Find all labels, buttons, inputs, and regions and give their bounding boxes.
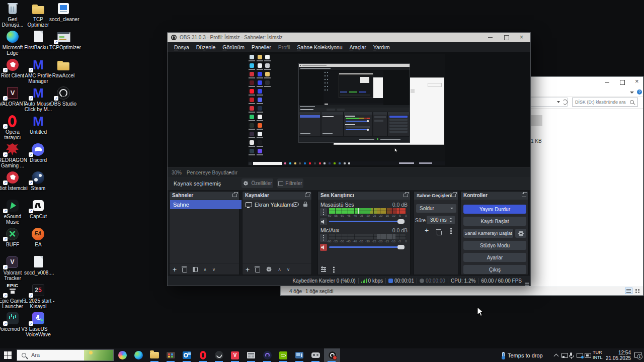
desktop-icon-socd-cleaner[interactable]: socd_cleaner: [49, 2, 77, 22]
microphone-icon[interactable]: [570, 352, 572, 356]
taskbar-folder-button[interactable]: [147, 348, 162, 362]
scene-item-selected[interactable]: Sahne: [170, 200, 242, 209]
add-transition-button[interactable]: +: [425, 227, 429, 234]
volume-slider-handle[interactable]: [397, 245, 405, 249]
desktop-icon-buff[interactable]: ↗BUFF: [0, 227, 27, 247]
spin-down-icon[interactable]: [449, 221, 452, 222]
transition-menu-button[interactable]: [449, 228, 453, 235]
source-lock-icon[interactable]: [303, 204, 307, 207]
details-view-button[interactable]: [625, 288, 632, 294]
volume-slider[interactable]: [329, 221, 399, 222]
mixer-menu-button[interactable]: [332, 266, 336, 274]
popout-icon[interactable]: [232, 194, 237, 197]
remove-transition-button[interactable]: [437, 231, 442, 235]
source-up-button[interactable]: ∧: [278, 267, 281, 272]
icons-view-button[interactable]: [634, 288, 641, 294]
control-button-3[interactable]: Sanal Kamerayı Başlat: [463, 229, 513, 238]
source-item[interactable]: Ekran Yakalama: [243, 200, 313, 209]
mixer-options-button[interactable]: [320, 266, 328, 273]
desktop-icon-esound-music[interactable]: ↗eSound Music: [0, 199, 27, 225]
desktop-icon-auto-mouse-click[interactable]: M↗Auto Mouse Click by M...: [23, 86, 53, 112]
start-button[interactable]: [4, 351, 12, 359]
desktop-icon-fl-2025[interactable]: 25↗FL 2025 start - Kısayol: [22, 283, 55, 309]
taskbar-nvidia-button[interactable]: [276, 348, 291, 362]
notification-icon[interactable]: 1: [634, 352, 641, 358]
remove-scene-button[interactable]: [182, 268, 187, 273]
taskbar-opera-button[interactable]: [195, 348, 210, 362]
desktop-icon-tcp-optimizer-folder[interactable]: TCP Optimizer: [24, 2, 52, 28]
explorer-close-button[interactable]: ×: [635, 78, 639, 84]
ribbon-collapse-icon[interactable]: [630, 92, 634, 94]
desktop-icon-discord[interactable]: ↗Discord: [24, 142, 52, 163]
popout-icon[interactable]: [522, 194, 526, 197]
desktop-icon-easeus-voicewave[interactable]: ↗EaseUS VoiceWave: [24, 311, 52, 337]
desktop-icon-valorant-tracker[interactable]: V↗Valorant Tracker: [0, 255, 27, 281]
tray-expand-icon[interactable]: [554, 354, 559, 359]
mixer-channel-menu[interactable]: [320, 234, 327, 242]
taskbar-obs-button[interactable]: [324, 348, 340, 362]
taskbar-toolbox-button[interactable]: [163, 348, 178, 362]
properties-button[interactable]: Özellikler: [242, 178, 273, 188]
taskbar-voicemod-button[interactable]: [260, 348, 275, 362]
remove-source-button[interactable]: [255, 268, 260, 273]
control-button-6[interactable]: Çıkış: [463, 265, 526, 274]
obs-close-button[interactable]: ×: [520, 34, 523, 41]
desktop-icon-ea[interactable]: EAEA: [24, 227, 52, 247]
mixer-channel-menu[interactable]: [320, 208, 327, 216]
menu-g-r-n-m[interactable]: Görünüm: [219, 44, 248, 50]
duration-spinbox[interactable]: 300 ms: [427, 216, 455, 224]
obs-minimize-button[interactable]: [488, 37, 493, 38]
network-icon[interactable]: [585, 353, 591, 358]
resize-grip[interactable]: [527, 283, 529, 284]
language-indicator[interactable]: TURINTL: [593, 350, 606, 360]
source-properties-button[interactable]: [268, 267, 271, 270]
screen-share-icon[interactable]: [577, 353, 583, 358]
menu-d-zenle[interactable]: Düzenle: [193, 44, 219, 50]
selected-file-row[interactable]: [530, 115, 542, 126]
spin-up-icon[interactable]: [449, 218, 452, 219]
desktop-icon-steam[interactable]: ↗Steam: [24, 170, 52, 191]
menu-sahne-koleksiyonu[interactable]: Sahne Koleksiyonu: [294, 44, 346, 50]
desktop-icon-opera[interactable]: ↗Opera tarayıcı: [0, 114, 27, 140]
desktop-icon-capcut[interactable]: ↗CapCut: [24, 199, 52, 219]
taskbar-window-app-button[interactable]: [244, 348, 259, 362]
address-dropdown-icon[interactable]: [557, 101, 560, 103]
volume-slider-handle[interactable]: [397, 219, 405, 224]
control-button-4[interactable]: Stüdyo Modu: [463, 241, 526, 250]
menu-paneller[interactable]: Paneller: [248, 44, 275, 50]
weather-widget[interactable]: Temps to drop: [502, 348, 554, 362]
popout-icon[interactable]: [451, 194, 456, 197]
explorer-search-box[interactable]: DİSK (D:) klasöründe ara: [572, 98, 638, 107]
add-scene-button[interactable]: +: [173, 266, 177, 273]
desktop-icon-first-backup[interactable]: FirstBacku...: [24, 30, 52, 50]
add-source-button[interactable]: +: [246, 266, 250, 273]
popout-icon[interactable]: [404, 194, 408, 197]
taskbar-copilot-button[interactable]: [115, 348, 130, 362]
taskbar-gamepad-button[interactable]: [308, 348, 323, 362]
mute-button[interactable]: [320, 244, 327, 251]
source-visibility-icon[interactable]: [292, 202, 299, 207]
desktop-icon-amc-profile-manager[interactable]: M↗AMC Profile Manager: [23, 58, 53, 84]
popout-icon[interactable]: [305, 194, 309, 197]
control-button-2[interactable]: Kaydı Başlat: [463, 217, 526, 226]
taskbar-blue-app-button[interactable]: [292, 348, 307, 362]
menu-dosya[interactable]: Dosya: [171, 44, 193, 50]
zoom-dropdown-icon[interactable]: [228, 172, 231, 173]
menu-yard-m[interactable]: Yardım: [370, 44, 393, 50]
desktop-icon-recycle-bin[interactable]: Geri Dönüşü...: [0, 2, 27, 28]
desktop-icon-tcp-optimizer-app[interactable]: ↗TCPOptimizer: [49, 30, 77, 50]
taskbar-search-box[interactable]: Ara: [17, 349, 114, 361]
explorer-maximize-button[interactable]: [620, 80, 625, 85]
control-button-1[interactable]: Yayını Durdur: [463, 205, 526, 214]
control-button-5[interactable]: Ayarlar: [463, 253, 526, 262]
speaker-icon[interactable]: [320, 218, 327, 225]
taskbar-valorant-button[interactable]: V: [227, 348, 243, 362]
transition-select[interactable]: Soldur: [416, 204, 456, 213]
cast-icon[interactable]: [561, 353, 568, 358]
scene-up-button[interactable]: ∧: [203, 267, 207, 272]
refresh-icon[interactable]: [562, 100, 568, 105]
clock[interactable]: 12:5421.05.2025: [606, 350, 631, 361]
help-icon[interactable]: ?: [637, 89, 642, 95]
desktop-icon-rawaccel[interactable]: RawAccel: [49, 58, 77, 78]
filters-button[interactable]: Filtreler: [277, 178, 303, 188]
